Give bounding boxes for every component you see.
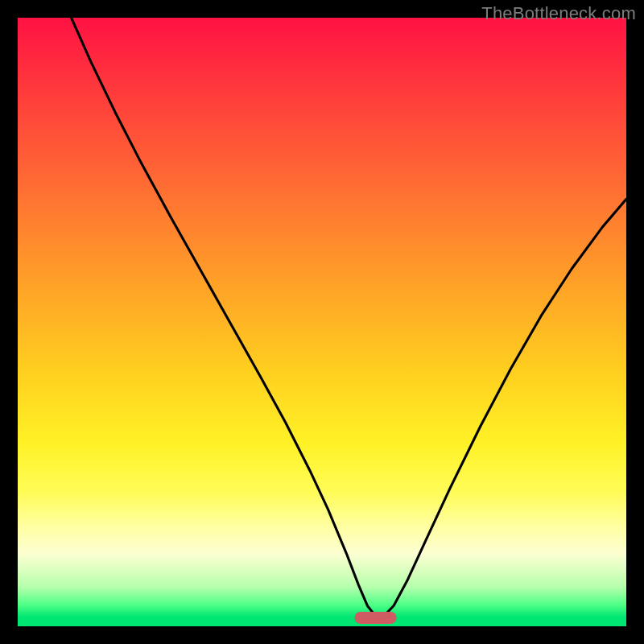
watermark-text: TheBottleneck.com	[481, 3, 636, 24]
plot-area	[18, 18, 626, 626]
chart-svg	[18, 18, 626, 626]
chart-frame: TheBottleneck.com	[0, 0, 644, 644]
optimal-marker	[355, 612, 397, 624]
gradient-background	[18, 18, 626, 626]
